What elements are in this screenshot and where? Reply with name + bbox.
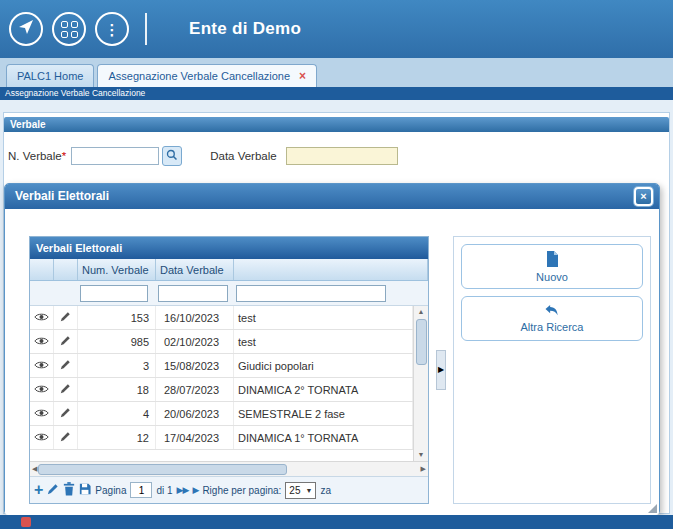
pencil-icon — [60, 335, 71, 348]
table-row[interactable]: 12 17/04/2023 DINAMICA 1° TORNATA — [30, 426, 413, 450]
vertical-dots-icon: ⋮ — [105, 22, 120, 37]
table-row[interactable]: 985 02/10/2023 test — [30, 330, 413, 354]
cell-descrizione: SEMESTRALE 2 fase — [234, 402, 413, 425]
export-button[interactable] — [79, 483, 91, 497]
cell-num-verbale: 12 — [78, 426, 156, 449]
cell-descrizione: DINAMICA 1° TORNATA — [234, 426, 413, 449]
tab-bar: PALC1 Home Assegnazione Verbale Cancella… — [0, 58, 673, 87]
n-verbale-label: N. Verbale* — [8, 150, 66, 162]
modal-body: Verbali Elettorali Num. Verbale Data Ver… — [5, 209, 659, 515]
splitter-arrow-icon: ▶ — [438, 366, 444, 374]
cell-num-verbale: 153 — [78, 306, 156, 329]
edit-row-button[interactable] — [54, 378, 78, 401]
pencil-icon — [60, 359, 71, 372]
verbale-form-row: N. Verbale* Data Verbale — [8, 146, 398, 166]
modal-close-button[interactable]: × — [634, 187, 653, 206]
pencil-icon — [60, 407, 71, 420]
eye-icon — [34, 384, 49, 396]
column-header-data-verbale[interactable]: Data Verbale — [156, 259, 234, 280]
scroll-down-icon[interactable]: ▼ — [418, 449, 425, 461]
table-row[interactable]: 4 20/06/2023 SEMESTRALE 2 fase — [30, 402, 413, 426]
horizontal-scroll-thumb[interactable] — [38, 464, 287, 475]
cell-num-verbale: 3 — [78, 354, 156, 377]
required-mark: * — [62, 150, 66, 162]
table-body: 153 16/10/2023 test — [30, 306, 413, 461]
cell-data-verbale: 15/08/2023 — [156, 354, 234, 377]
tab-palc1-home[interactable]: PALC1 Home — [6, 64, 94, 87]
filter-date-input[interactable] — [158, 285, 228, 302]
alert-badge-icon[interactable] — [21, 517, 31, 527]
view-row-button[interactable] — [30, 306, 54, 329]
tab-close-icon[interactable]: × — [299, 70, 306, 82]
scroll-right-icon[interactable]: ▶ — [421, 463, 426, 475]
table-row[interactable]: 18 28/07/2023 DINAMICA 2° TORNATA — [30, 378, 413, 402]
add-row-button[interactable]: + — [34, 482, 43, 498]
page-of-label: di 1 — [156, 485, 172, 496]
header-divider — [145, 13, 147, 45]
table-horizontal-scrollbar[interactable]: ◀ ▶ — [30, 461, 428, 476]
last-page-icon[interactable]: ▶ — [192, 485, 198, 495]
altra-ricerca-button-label: Altra Ricerca — [521, 321, 584, 333]
eye-icon — [34, 312, 49, 324]
eye-icon — [34, 360, 49, 372]
edit-row-button[interactable] — [54, 426, 78, 449]
undo-arrow-icon — [544, 304, 560, 319]
trash-icon — [63, 482, 75, 498]
view-row-button[interactable] — [30, 426, 54, 449]
altra-ricerca-button[interactable]: Altra Ricerca — [461, 296, 643, 341]
cell-data-verbale: 02/10/2023 — [156, 330, 234, 353]
column-header-descrizione[interactable] — [234, 259, 428, 280]
vertical-scroll-track[interactable] — [416, 318, 427, 449]
rows-per-page-select[interactable]: 25 ▼ — [285, 482, 316, 499]
page-label: Pagina — [95, 485, 126, 496]
modal-resize-handle[interactable] — [648, 504, 657, 513]
panel-splitter-handle[interactable]: ▶ — [436, 350, 446, 390]
table-row[interactable]: 153 16/10/2023 test — [30, 306, 413, 330]
nuovo-button[interactable]: Nuovo — [461, 244, 643, 289]
pencil-icon — [60, 311, 71, 324]
cell-num-verbale: 4 — [78, 402, 156, 425]
data-verbale-input[interactable] — [286, 147, 398, 165]
view-row-button[interactable] — [30, 402, 54, 425]
view-row-button[interactable] — [30, 354, 54, 377]
search-verbale-button[interactable] — [162, 146, 182, 166]
modal-title-bar: Verbali Elettorali × — [5, 184, 659, 209]
clipped-label: za — [320, 485, 333, 496]
modal-title: Verbali Elettorali — [15, 189, 109, 203]
edit-row-button[interactable] — [54, 306, 78, 329]
data-verbale-label: Data Verbale — [210, 150, 277, 162]
apps-menu-button[interactable] — [52, 12, 86, 46]
edit-row-button[interactable] — [54, 330, 78, 353]
horizontal-scroll-track[interactable] — [37, 464, 420, 475]
pencil-icon — [60, 383, 71, 396]
table-row[interactable]: 3 15/08/2023 Giudici popolari — [30, 354, 413, 378]
delete-button[interactable] — [63, 482, 75, 498]
vertical-scroll-thumb[interactable] — [416, 319, 427, 365]
paper-plane-icon — [18, 19, 34, 39]
filter-desc-input[interactable] — [236, 285, 386, 302]
eye-icon — [34, 432, 49, 444]
n-verbale-input[interactable] — [71, 147, 159, 165]
cell-descrizione: Giudici popolari — [234, 354, 413, 377]
table-vertical-scrollbar[interactable]: ▲ ▼ — [413, 306, 428, 461]
edit-row-button[interactable] — [54, 402, 78, 425]
search-icon — [166, 149, 178, 163]
edit-row-button[interactable] — [54, 354, 78, 377]
view-row-button[interactable] — [30, 378, 54, 401]
filter-num-input[interactable] — [80, 285, 148, 302]
close-icon: × — [640, 191, 646, 202]
edit-button[interactable] — [47, 483, 59, 497]
new-document-icon — [545, 251, 559, 269]
column-header-num-verbale[interactable]: Num. Verbale — [78, 259, 156, 280]
eye-icon — [34, 408, 49, 420]
logo-button[interactable] — [9, 12, 43, 46]
next-page-icon[interactable]: ▶▶ — [177, 485, 189, 495]
grid-rows-area: 153 16/10/2023 test — [30, 306, 428, 461]
cell-descrizione: test — [234, 306, 413, 329]
scroll-up-icon[interactable]: ▲ — [418, 306, 425, 318]
app-title: Ente di Demo — [189, 19, 301, 39]
tab-assegnazione-verbale-cancellazione[interactable]: Assegnazione Verbale Cancellazione × — [97, 64, 317, 87]
page-number-input[interactable] — [130, 482, 152, 498]
view-row-button[interactable] — [30, 330, 54, 353]
more-options-button[interactable]: ⋮ — [95, 12, 129, 46]
